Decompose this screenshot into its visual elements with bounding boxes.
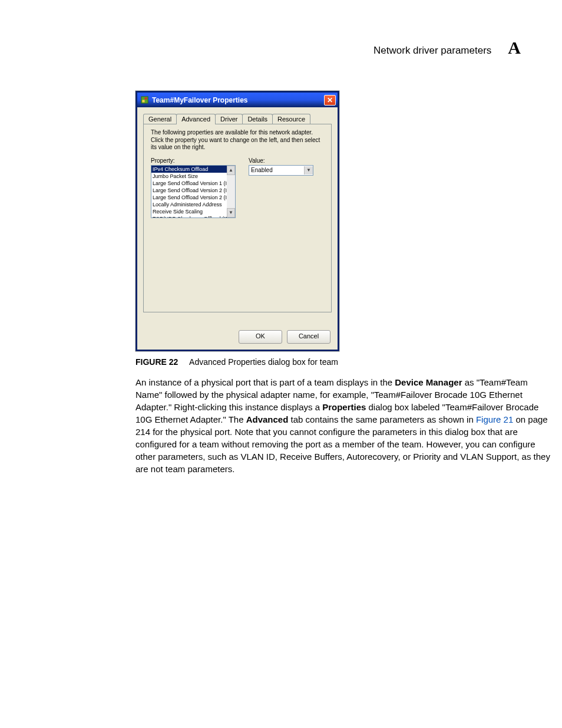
tab-resource[interactable]: Resource: [272, 114, 310, 124]
header-title: Network driver parameters: [373, 45, 491, 57]
scroll-up-icon[interactable]: ▲: [227, 166, 235, 175]
list-item[interactable]: IPv4 Checksum Offload: [151, 166, 235, 173]
figure-21-link[interactable]: Figure 21: [476, 414, 513, 424]
list-item[interactable]: Large Send Offload Version 2 (IPv4: [151, 187, 235, 194]
tab-advanced[interactable]: Advanced: [176, 114, 216, 124]
device-manager-term: Device Manager: [395, 377, 462, 387]
body-paragraph: An instance of a physical port that is p…: [135, 376, 554, 475]
chevron-down-icon: ▼: [304, 166, 313, 174]
properties-dialog: Team#MyFailover Properties ✕ General Adv…: [135, 91, 339, 351]
text: An instance of a physical port that is p…: [135, 377, 395, 387]
list-item[interactable]: TCP/UDP Checksum Offload (IPv4: [151, 215, 235, 218]
list-item[interactable]: Large Send Offload Version 1 (IPv4: [151, 180, 235, 187]
property-column: Property: IPv4 Checksum Offload Jumbo Pa…: [151, 157, 236, 218]
figure-number: FIGURE 22: [135, 357, 178, 367]
tab-details[interactable]: Details: [242, 114, 273, 124]
two-column-area: Property: IPv4 Checksum Offload Jumbo Pa…: [151, 157, 324, 218]
list-item[interactable]: Jumbo Packet Size: [151, 173, 235, 180]
tab-general[interactable]: General: [143, 114, 177, 124]
header-appendix-letter: A: [508, 38, 521, 58]
list-item[interactable]: Large Send Offload Version 2 (IPv6: [151, 194, 235, 201]
properties-term: Properties: [322, 402, 366, 412]
close-button[interactable]: ✕: [324, 95, 336, 106]
cancel-button[interactable]: Cancel: [287, 330, 330, 344]
ok-button[interactable]: OK: [239, 330, 282, 344]
app-icon: [141, 96, 148, 104]
svg-rect-2: [142, 100, 144, 103]
dialog-titlebar: Team#MyFailover Properties ✕: [137, 93, 338, 107]
value-label: Value:: [249, 157, 324, 164]
dialog-body: General Advanced Driver Details Resource…: [137, 107, 338, 325]
close-icon: ✕: [327, 97, 333, 104]
value-select[interactable]: Enabled ▼: [249, 165, 313, 176]
page-header: Network driver parameters A: [373, 38, 521, 58]
tab-driver[interactable]: Driver: [215, 114, 243, 124]
property-label: Property:: [151, 157, 236, 164]
page-content: Team#MyFailover Properties ✕ General Adv…: [135, 91, 554, 475]
value-column: Value: Enabled ▼: [249, 157, 324, 218]
list-item[interactable]: Locally Administered Address: [151, 201, 235, 208]
scroll-track[interactable]: [227, 175, 235, 208]
dialog-title: Team#MyFailover Properties: [152, 96, 320, 104]
list-item[interactable]: Receive Side Scaling: [151, 208, 235, 215]
svg-rect-1: [145, 97, 147, 99]
intro-text: The following properties are available f…: [151, 129, 324, 151]
advanced-term: Advanced: [246, 414, 289, 424]
page: Network driver parameters A Team#MyFailo…: [0, 0, 562, 728]
scroll-down-icon[interactable]: ▼: [227, 208, 235, 218]
property-list-items: IPv4 Checksum Offload Jumbo Packet Size …: [151, 166, 235, 218]
property-listbox[interactable]: IPv4 Checksum Offload Jumbo Packet Size …: [151, 165, 236, 218]
tab-panel-advanced: The following properties are available f…: [143, 124, 332, 312]
figure-caption-text: Advanced Properties dialog box for team: [189, 357, 338, 367]
value-select-text: Enabled: [249, 167, 304, 173]
listbox-scrollbar[interactable]: ▲ ▼: [227, 166, 235, 218]
dialog-button-row: OK Cancel: [137, 325, 338, 350]
text: tab contains the same parameters as show…: [288, 414, 476, 424]
figure-caption: FIGURE 22 Advanced Properties dialog box…: [135, 357, 554, 367]
tab-strip: General Advanced Driver Details Resource: [143, 113, 332, 124]
